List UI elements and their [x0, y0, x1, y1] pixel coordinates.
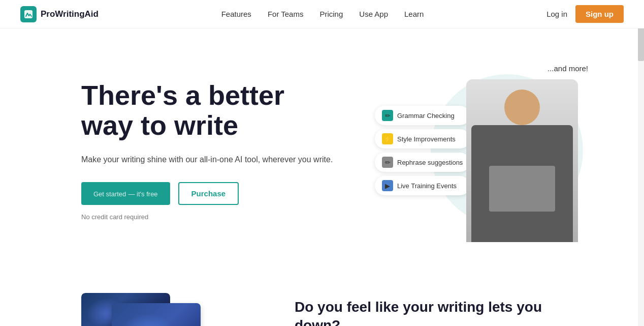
artwork-container: My idea in my head [81, 293, 254, 326]
logo-link[interactable]: ProWritingAid [20, 6, 99, 22]
nav-pricing[interactable]: Pricing [319, 10, 343, 18]
purchase-button[interactable]: Purchase [178, 182, 239, 205]
artwork-overlay-image [112, 303, 201, 326]
hero-person-figure [466, 79, 578, 242]
hero-buttons: Get started — it's free Purchase [81, 182, 333, 205]
nav-actions: Log in Sign up [546, 5, 624, 23]
hero-illustration: ✏ Grammar Checking ⚡ Style Improvements … [380, 59, 593, 242]
more-label: ...and more! [548, 64, 588, 73]
nav-use-app[interactable]: Use App [359, 10, 388, 18]
hero-content: There's a better way to write Make your … [81, 80, 333, 221]
hero-section: There's a better way to write Make your … [0, 28, 644, 262]
section2-content: Do you feel like your writing lets you d… [295, 293, 563, 326]
section2-title: Do you feel like your writing lets you d… [295, 298, 563, 326]
grammar-icon: ✏ [382, 110, 393, 121]
feature-pill-rephrase: ✏ Rephrase suggestions [375, 153, 470, 172]
hero-title: There's a better way to write [81, 80, 333, 141]
nav-features[interactable]: Features [221, 10, 251, 18]
rephrase-icon: ✏ [382, 157, 393, 168]
training-label: Live Training Events [397, 182, 457, 190]
grammar-label: Grammar Checking [397, 112, 455, 120]
logo-icon [20, 6, 37, 22]
section2: My idea in my head Do you feel like your… [0, 262, 644, 326]
page-scrollbar[interactable] [638, 0, 644, 326]
feature-pill-style: ⚡ Style Improvements [375, 129, 470, 149]
logo-text: ProWritingAid [41, 9, 99, 19]
person-laptop [489, 166, 555, 212]
swirl-2 [122, 313, 173, 326]
login-link[interactable]: Log in [546, 10, 567, 18]
hero-subtitle: Make your writing shine with our all-in-… [81, 153, 333, 166]
section2-artwork: My idea in my head [81, 293, 254, 326]
navbar: ProWritingAid Features For Teams Pricing… [0, 0, 644, 28]
person-head [504, 90, 540, 125]
style-icon: ⚡ [382, 133, 393, 144]
feature-pill-grammar: ✏ Grammar Checking [375, 106, 470, 125]
rephrase-label: Rephrase suggestions [397, 159, 463, 166]
training-icon: ▶ [382, 180, 393, 191]
nav-links: Features For Teams Pricing Use App Learn [221, 10, 424, 19]
style-label: Style Improvements [397, 135, 456, 143]
nav-for-teams[interactable]: For Teams [268, 10, 304, 18]
person-body [471, 125, 573, 242]
feature-pills: ✏ Grammar Checking ⚡ Style Improvements … [375, 106, 470, 195]
signup-button[interactable]: Sign up [575, 5, 624, 23]
nav-learn[interactable]: Learn [404, 10, 424, 18]
no-credit-card-text: No credit card required [81, 213, 333, 221]
feature-pill-training: ▶ Live Training Events [375, 176, 470, 195]
get-started-button[interactable]: Get started — it's free [81, 182, 170, 205]
